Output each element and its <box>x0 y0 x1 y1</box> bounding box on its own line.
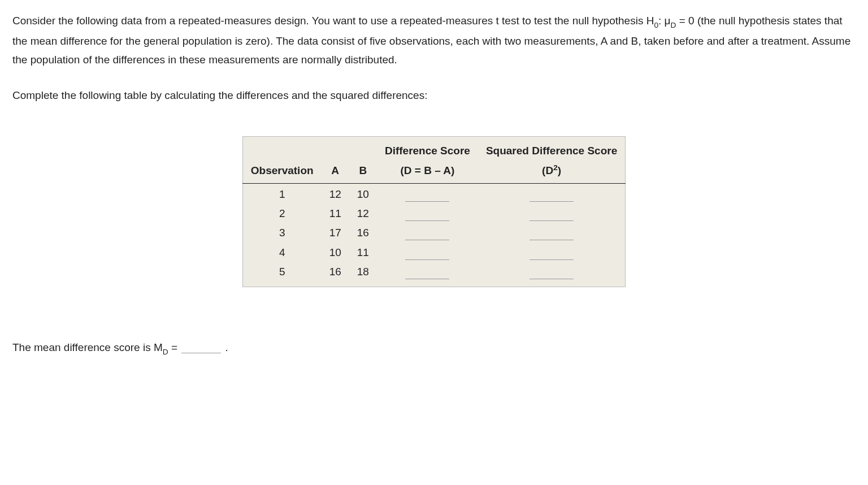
table-row: 1 12 10 <box>242 183 625 204</box>
diff-input-blank[interactable] <box>405 192 449 202</box>
sq-input-blank[interactable] <box>530 192 574 202</box>
header-observation: Observation <box>242 161 321 183</box>
cell-obs: 1 <box>242 183 321 204</box>
header-diff-top: Difference Score <box>377 136 478 161</box>
cell-a: 16 <box>322 262 349 287</box>
cell-b: 10 <box>349 183 377 204</box>
cell-obs: 3 <box>242 223 321 242</box>
cell-b: 18 <box>349 262 377 287</box>
cell-b: 16 <box>349 223 377 242</box>
sq-input-blank[interactable] <box>530 230 574 240</box>
header-b: B <box>349 161 377 183</box>
diff-input-blank[interactable] <box>405 250 449 260</box>
table-header-row-2: Observation A B (D = B – A) (D2) <box>242 161 625 183</box>
cell-obs: 5 <box>242 262 321 287</box>
mean-diff-line: The mean difference score is MD = . <box>12 338 856 358</box>
table-row: 5 16 18 <box>242 262 625 287</box>
final-text-pre: The mean difference score is M <box>12 341 163 353</box>
intro-text-2: : μ <box>658 15 671 27</box>
final-text-post: . <box>222 341 228 353</box>
cell-obs: 2 <box>242 204 321 223</box>
cell-a: 17 <box>322 223 349 242</box>
table-row: 4 10 11 <box>242 243 625 262</box>
cell-a: 11 <box>322 204 349 223</box>
cell-b: 12 <box>349 204 377 223</box>
sq-input-blank[interactable] <box>530 211 574 221</box>
header-sq-bot: (D2) <box>478 161 626 183</box>
sq-input-blank[interactable] <box>530 269 574 279</box>
table-row: 2 11 12 <box>242 204 625 223</box>
cell-a: 12 <box>322 183 349 204</box>
table-row: 3 17 16 <box>242 223 625 242</box>
subscript-d: D <box>671 21 676 29</box>
table-container: Difference Score Squared Difference Scor… <box>12 136 856 287</box>
diff-input-blank[interactable] <box>405 211 449 221</box>
cell-a: 10 <box>322 243 349 262</box>
instruction-text: Complete the following table by calculat… <box>12 89 427 101</box>
diff-input-blank[interactable] <box>405 269 449 279</box>
sq-input-blank[interactable] <box>530 250 574 260</box>
intro-paragraph: Consider the following data from a repea… <box>12 11 856 69</box>
data-table: Difference Score Squared Difference Scor… <box>242 136 626 287</box>
header-a: A <box>322 161 349 183</box>
intro-text-1: Consider the following data from a repea… <box>12 15 654 27</box>
final-sub-d: D <box>163 348 168 356</box>
table-header-row-1: Difference Score Squared Difference Scor… <box>242 136 625 161</box>
final-text-mid: = <box>168 341 181 353</box>
cell-b: 11 <box>349 243 377 262</box>
instruction-paragraph: Complete the following table by calculat… <box>12 86 856 105</box>
diff-input-blank[interactable] <box>405 230 449 240</box>
mean-diff-input-blank[interactable] <box>181 345 221 353</box>
header-sq-top: Squared Difference Score <box>478 136 626 161</box>
subscript-zero: 0 <box>654 21 658 29</box>
header-diff-bot: (D = B – A) <box>377 161 478 183</box>
cell-obs: 4 <box>242 243 321 262</box>
